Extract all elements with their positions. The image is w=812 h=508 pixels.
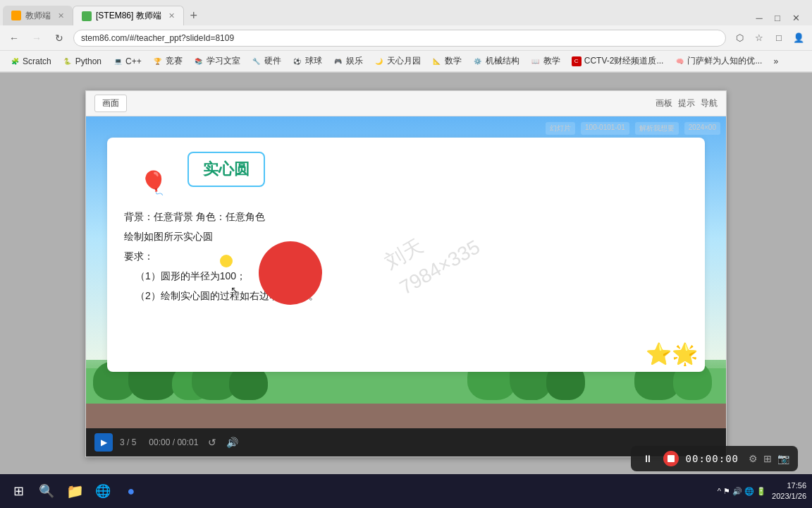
windows-icon: ⊞ xyxy=(13,483,24,499)
camera-icon[interactable]: 📷 xyxy=(777,453,789,464)
recording-controls: ⏸ 00:00:00 ⚙ ⊞ 📷 xyxy=(631,446,798,471)
body-line-2: 绘制如图所示实心圆 xyxy=(124,226,688,246)
bookmark-python-label: Python xyxy=(75,56,102,66)
bookmark-tianxin[interactable]: 🌙 天心月园 xyxy=(370,54,425,68)
url-input[interactable]: stem86.com/#/teacher_ppt?slideId=8109 xyxy=(73,30,726,47)
volume-icon[interactable]: 🔊 xyxy=(226,437,238,448)
tab-1-icon xyxy=(11,11,21,20)
taskbar-edge[interactable]: 🌐 xyxy=(90,478,116,504)
mouse-cursor: ↖ xyxy=(230,284,239,296)
maximize-button[interactable]: □ xyxy=(770,10,785,25)
scratch-bookmark-icon: 🧩 xyxy=(10,56,20,66)
screen-cast-icon[interactable]: ⬡ xyxy=(732,30,747,46)
entertainment-bookmark-icon: 🎮 xyxy=(333,56,343,66)
address-right-icons: ⬡ ☆ □ 👤 xyxy=(732,30,806,46)
tab-2-icon xyxy=(82,11,92,21)
toolbar-nav-btn[interactable]: 导航 xyxy=(701,97,718,109)
profile-icon[interactable]: 👤 xyxy=(791,30,806,46)
new-tab-button[interactable]: + xyxy=(184,6,204,25)
toolbar-right: 画板 提示 导航 xyxy=(656,97,718,109)
python-bookmark-icon: 🐍 xyxy=(63,56,73,66)
recording-pause-button[interactable]: ⏸ xyxy=(639,450,656,467)
tray-icons: ^ ⚑ 🔊 🌐 🔋 xyxy=(718,487,766,496)
ground-strip xyxy=(86,404,726,428)
cpp-bookmark-icon: 💻 xyxy=(113,56,123,66)
tab-2-label: [STEM86] 教师端 xyxy=(96,10,161,22)
taskbar-chrome[interactable]: ● xyxy=(118,478,144,504)
refresh-button[interactable]: ↻ xyxy=(51,30,68,47)
body-line-4: （1）圆形的半径为100； xyxy=(135,266,688,286)
extensions-icon[interactable]: □ xyxy=(771,30,787,46)
body-line-1: 背景：任意背景 角色：任意角色 xyxy=(124,207,688,226)
bookmark-studyroom[interactable]: 📚 学习文室 xyxy=(190,54,245,68)
slide-body: 背景：任意背景 角色：任意角色 绘制如图所示实心圆 要求： （1）圆形的半径为1… xyxy=(124,207,688,306)
bookmark-scratch[interactable]: 🧩 Scratch xyxy=(6,55,56,68)
tab-2[interactable]: [STEM86] 教师端 ✕ xyxy=(73,6,184,25)
toolbar-board-btn[interactable]: 画板 xyxy=(656,97,672,109)
pause-icon: ⏸ xyxy=(643,453,653,464)
taskbar: ⊞ 🔍 📁 🌐 ● ^ ⚑ 🔊 🌐 🔋 17:56 2023/1/26 xyxy=(0,474,812,508)
bookmark-cctv-label: CCTV-2财经频道质... xyxy=(584,55,664,67)
bookmark-python[interactable]: 🐍 Python xyxy=(59,55,106,68)
tab-1-close[interactable]: ✕ xyxy=(58,11,64,20)
slide-top-bar: 幻灯片 100-0101-01 解析我想要 2024×00 xyxy=(546,122,720,135)
body-line-3: 要求： xyxy=(124,246,688,266)
bookmark-ball[interactable]: ⚽ 球球 xyxy=(288,54,326,68)
math-bookmark-icon: 📐 xyxy=(432,56,442,66)
toolbar-screen-btn[interactable]: 画面 xyxy=(94,95,127,112)
ground-area xyxy=(86,372,726,428)
settings-icon[interactable]: ⚙ xyxy=(749,453,758,464)
bookmark-tianxin-label: 天心月园 xyxy=(387,55,421,67)
balloon-icon: 🎈 xyxy=(140,169,168,196)
hardware-bookmark-icon: 🔧 xyxy=(252,56,262,66)
loop-icon[interactable]: ↺ xyxy=(208,437,216,448)
bookmark-math[interactable]: 📐 数学 xyxy=(428,54,466,68)
tab-2-close[interactable]: ✕ xyxy=(168,11,175,20)
contest-bookmark-icon: 🏆 xyxy=(153,56,163,66)
url-text: stem86.com/#/teacher_ppt?slideId=8109 xyxy=(81,33,234,43)
layout-icon[interactable]: ⊞ xyxy=(763,453,772,464)
forward-button[interactable]: → xyxy=(28,30,45,47)
slide-time: 00:00 / 00:01 xyxy=(149,437,198,447)
bookmark-contest[interactable]: 🏆 竞赛 xyxy=(149,54,187,68)
close-window-button[interactable]: ✕ xyxy=(788,10,804,25)
bookmark-mensa[interactable]: 🧠 门萨鲜为人知的优... xyxy=(670,54,766,68)
bookmark-cpp[interactable]: 💻 C++ xyxy=(109,55,146,68)
bookmark-hardware[interactable]: 🔧 硬件 xyxy=(247,54,285,68)
bookmark-teaching[interactable]: 📖 教学 xyxy=(527,54,565,68)
studyroom-bookmark-icon: 📚 xyxy=(194,56,204,66)
slide-title-text: 实心圆 xyxy=(203,160,250,178)
bookmark-mech[interactable]: ⚙️ 机械结构 xyxy=(469,54,524,68)
mech-bookmark-icon: ⚙️ xyxy=(473,56,483,66)
bookmark-cpp-label: C++ xyxy=(125,56,142,66)
recording-stop-button[interactable] xyxy=(663,451,679,466)
ball-bookmark-icon: ⚽ xyxy=(293,56,302,66)
bookmark-cctv[interactable]: C CCTV-2财经频道质... xyxy=(567,54,668,68)
toolbar-hint-btn[interactable]: 提示 xyxy=(678,97,695,109)
bookmark-entertainment[interactable]: 🎮 娱乐 xyxy=(329,54,367,68)
bookmark-contest-label: 竞赛 xyxy=(166,55,183,67)
tab-1[interactable]: 教师端 ✕ xyxy=(3,6,73,25)
bookmark-teaching-label: 教学 xyxy=(543,55,560,67)
slide-area: 🎈 实心圆 背景：任意背景 角色：任意角色 绘制如图所示实心圆 要求： （1）圆… xyxy=(86,116,726,428)
back-button[interactable]: ← xyxy=(6,30,23,47)
slide-counter: 3 / 5 xyxy=(120,437,136,447)
bookmark-studyroom-label: 学习文室 xyxy=(207,55,240,67)
play-button[interactable]: ▶ xyxy=(94,433,113,452)
start-button[interactable]: ⊞ xyxy=(6,478,31,504)
slide-info-3: 解析我想要 xyxy=(635,122,679,135)
stop-icon xyxy=(668,455,675,462)
minimize-button[interactable]: ─ xyxy=(751,10,767,25)
slide-info-1: 幻灯片 xyxy=(546,122,575,135)
bookmark-more[interactable]: » xyxy=(769,55,782,68)
bookmark-mensa-label: 门萨鲜为人知的优... xyxy=(687,55,762,67)
taskbar-file-explorer[interactable]: 📁 xyxy=(62,478,87,504)
tray-clock[interactable]: 17:56 2023/1/26 xyxy=(772,480,806,502)
taskbar-search[interactable]: 🔍 xyxy=(34,478,59,504)
tianxin-bookmark-icon: 🌙 xyxy=(374,56,384,66)
slide-player: 画面 画板 提示 导航 xyxy=(85,90,727,457)
system-tray: ^ ⚑ 🔊 🌐 🔋 17:56 2023/1/26 xyxy=(718,480,806,502)
bookmark-star-icon[interactable]: ☆ xyxy=(751,30,767,46)
tab-1-label: 教师端 xyxy=(25,10,51,22)
bookmark-scratch-label: Scratch xyxy=(23,56,51,66)
